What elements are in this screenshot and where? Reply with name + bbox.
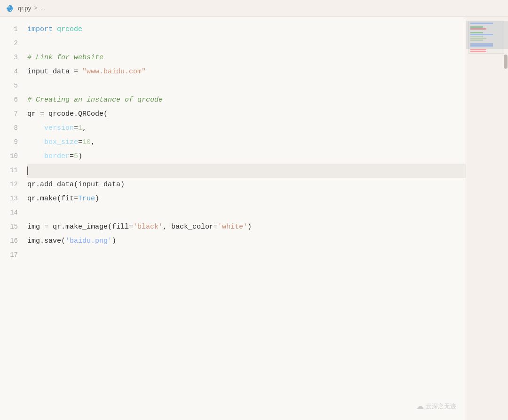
code-line-10: border = 5 ) <box>27 150 466 164</box>
code-line-3: # Link for website <box>27 51 466 65</box>
watermark-icon: ☁ <box>416 402 424 411</box>
code-line-14 <box>27 206 466 220</box>
line-num-9: 9 <box>14 135 18 150</box>
code-line-13: qr.make(fit= True ) <box>27 192 466 206</box>
line-num-15: 15 <box>10 220 18 234</box>
code-line-12: qr.add_data(input_data) <box>27 178 466 192</box>
line-num-12: 12 <box>10 178 18 192</box>
svg-point-1 <box>10 10 11 11</box>
code-line-16: img.save( 'baidu.png' ) <box>27 234 466 248</box>
code-line-8: version = 1 , <box>27 121 466 135</box>
line-num-10: 10 <box>10 150 18 164</box>
minimap <box>466 17 508 420</box>
editor-container: qr.py > ... 1 2 3 4 5 6 7 8 9 10 11 12 1… <box>0 0 508 420</box>
line-num-2: 2 <box>14 37 18 51</box>
line-num-14: 14 <box>10 206 18 220</box>
line-num-7: 7 <box>14 107 18 121</box>
breadcrumb-path: ... <box>40 5 46 12</box>
code-line-17 <box>27 248 466 262</box>
code-line-6: # Creating an instance of qrcode <box>27 93 466 107</box>
minimap-highlight <box>466 21 508 49</box>
code-line-5 <box>27 79 466 93</box>
module-qrcode: qrcode <box>57 24 82 36</box>
watermark-text: 云深之无迹 <box>426 402 456 411</box>
code-line-9: box_size = 10 , <box>27 135 466 150</box>
code-editor[interactable]: 1 2 3 4 5 6 7 8 9 10 11 12 13 14 15 16 1… <box>0 17 508 420</box>
watermark: ☁ 云深之无迹 <box>416 402 456 411</box>
keyword-import: import <box>27 24 53 36</box>
code-line-2 <box>27 37 466 51</box>
line-num-4: 4 <box>14 65 18 79</box>
line-num-3: 3 <box>14 51 18 65</box>
code-line-1: import qrcode <box>27 23 466 37</box>
text-cursor <box>27 166 28 175</box>
line-num-1: 1 <box>14 23 18 37</box>
line-num-13: 13 <box>10 192 18 206</box>
string-baidu: "www.baidu.com" <box>82 66 146 78</box>
breadcrumb-bar: qr.py > ... <box>0 0 508 17</box>
code-line-11 <box>27 164 466 178</box>
scrollbar-thumb[interactable] <box>504 55 508 69</box>
comment-creating: # Creating an instance of qrcode <box>27 94 163 106</box>
code-content[interactable]: import qrcode # Link for website input_d… <box>24 17 466 420</box>
comment-link: # Link for website <box>27 52 103 64</box>
line-num-8: 8 <box>14 121 18 135</box>
line-num-11: 11 <box>10 164 18 178</box>
code-line-15: img = qr.make_image(fill= 'black' , back… <box>27 220 466 234</box>
line-num-6: 6 <box>14 93 18 107</box>
breadcrumb-separator: > <box>34 5 38 12</box>
svg-point-0 <box>9 6 10 7</box>
line-numbers: 1 2 3 4 5 6 7 8 9 10 11 12 13 14 15 16 1… <box>0 17 24 420</box>
line-num-5: 5 <box>14 79 18 93</box>
line-num-16: 16 <box>10 234 18 248</box>
python-icon <box>6 4 14 13</box>
breadcrumb-filename: qr.py <box>18 5 31 12</box>
line-num-17: 17 <box>10 248 18 262</box>
code-line-4: input_data = "www.baidu.com" <box>27 65 466 79</box>
scrollbar-track[interactable] <box>503 17 508 420</box>
code-line-7: qr = qrcode.QRCode( <box>27 107 466 121</box>
